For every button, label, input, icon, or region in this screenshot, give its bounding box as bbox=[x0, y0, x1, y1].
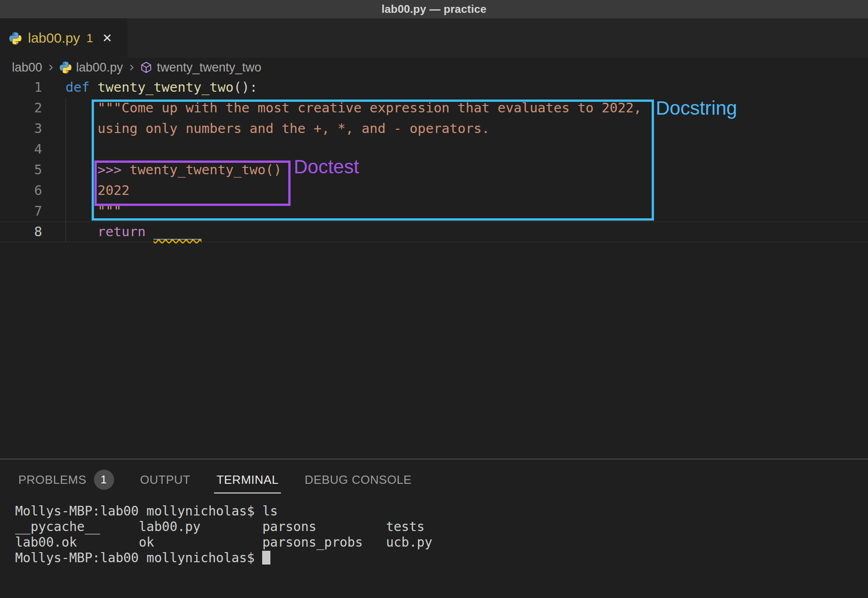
line-number[interactable]: 1 bbox=[0, 77, 42, 98]
line-number[interactable]: 3 bbox=[0, 118, 42, 139]
symbol-cube-icon bbox=[140, 61, 152, 73]
breadcrumb: lab00 › lab00.py › twenty_twenty_two bbox=[0, 58, 868, 77]
code-line[interactable]: 7 """ bbox=[0, 201, 868, 221]
breadcrumb-file[interactable]: lab00.py bbox=[76, 61, 123, 75]
line-number[interactable]: 5 bbox=[0, 160, 42, 180]
docstring-annotation-label: Docstring bbox=[656, 97, 737, 119]
code-rows: 1 def twenty_twenty_two(): 2 """Come up … bbox=[0, 77, 868, 242]
line-number[interactable]: 2 bbox=[0, 98, 42, 118]
problems-count-badge: 1 bbox=[94, 470, 114, 490]
tab-filename: lab00.py bbox=[28, 30, 80, 46]
close-icon[interactable]: ✕ bbox=[102, 31, 112, 45]
code-line[interactable]: 5 >>> twenty_twenty_two() bbox=[0, 160, 868, 180]
chevron-right-icon: › bbox=[47, 60, 55, 75]
tab-problem-count: 1 bbox=[86, 31, 93, 45]
tab-debug-console[interactable]: DEBUG CONSOLE bbox=[305, 460, 412, 497]
breadcrumb-symbol[interactable]: twenty_twenty_two bbox=[157, 61, 261, 75]
terminal-prompt-line: Mollys-MBP:lab00 mollynicholas$ bbox=[15, 550, 868, 566]
code-line[interactable]: 3 using only numbers and the +, *, and -… bbox=[0, 118, 868, 139]
terminal-line: lab00.ok ok parsons_probs ucb.py bbox=[15, 535, 868, 550]
bottom-panel: PROBLEMS 1 OUTPUT TERMINAL DEBUG CONSOLE… bbox=[0, 459, 868, 598]
code-editor[interactable]: 1 def twenty_twenty_two(): 2 """Come up … bbox=[0, 77, 868, 459]
terminal-output[interactable]: Mollys-MBP:lab00 mollynicholas$ ls __pyc… bbox=[0, 497, 868, 566]
active-tab-underline bbox=[214, 493, 280, 493]
code-line[interactable]: 1 def twenty_twenty_two(): bbox=[0, 77, 868, 98]
line-number[interactable]: 7 bbox=[0, 201, 42, 221]
tab-terminal[interactable]: TERMINAL bbox=[216, 460, 278, 497]
terminal-line: Mollys-MBP:lab00 mollynicholas$ ls bbox=[15, 504, 868, 519]
tab-problems[interactable]: PROBLEMS 1 bbox=[18, 460, 114, 497]
line-number[interactable]: 6 bbox=[0, 180, 42, 201]
code-line[interactable]: 2 """Come up with the most creative expr… bbox=[0, 98, 868, 118]
code-line[interactable]: 6 2022 bbox=[0, 180, 868, 201]
tab-output[interactable]: OUTPUT bbox=[140, 460, 191, 497]
breadcrumb-folder[interactable]: lab00 bbox=[12, 61, 42, 75]
chevron-right-icon: › bbox=[127, 60, 136, 75]
window-title: lab00.py — practice bbox=[381, 3, 486, 16]
tab-strip: lab00.py 1 ✕ bbox=[0, 18, 868, 58]
code-line[interactable]: 4 bbox=[0, 139, 868, 160]
python-icon bbox=[60, 61, 71, 73]
title-bar: lab00.py — practice bbox=[0, 0, 868, 18]
tab-lab00[interactable]: lab00.py 1 ✕ bbox=[0, 18, 127, 58]
terminal-cursor bbox=[262, 551, 270, 565]
line-number[interactable]: 8 bbox=[0, 222, 42, 242]
python-icon bbox=[9, 32, 22, 44]
panel-tab-bar: PROBLEMS 1 OUTPUT TERMINAL DEBUG CONSOLE bbox=[0, 460, 868, 497]
terminal-line: __pycache__ lab00.py parsons tests bbox=[15, 519, 868, 535]
line-number[interactable]: 4 bbox=[0, 139, 42, 160]
doctest-annotation-label: Doctest bbox=[294, 156, 359, 178]
code-line-current[interactable]: 8 return ______ bbox=[0, 221, 868, 242]
